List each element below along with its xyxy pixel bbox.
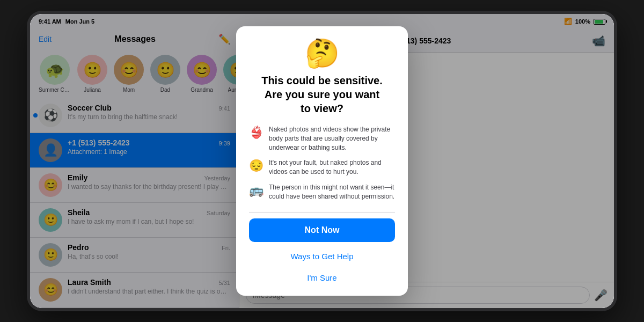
sensitive-content-modal: 🤔 This could be sensitive.Are you sure y… [236,26,408,296]
ways-to-get-help-button[interactable]: Ways to Get Help [249,246,395,266]
modal-title: This could be sensitive.Are you sure you… [261,74,383,115]
reason-text-1: Naked photos and videos show the private… [269,125,395,152]
not-now-button[interactable]: Not Now [249,218,395,242]
im-sure-button[interactable]: I'm Sure [249,268,395,287]
modal-reason-1: 👙 Naked photos and videos show the priva… [249,125,395,152]
ipad-frame: 9:41 AM Mon Jun 5 📶 100% Edit Messages ✏… [27,11,617,311]
modal-divider [249,212,395,213]
modal-reason-2: 😔 It's not your fault, but naked photos … [249,158,395,177]
reason-emoji-1: 👙 [249,126,264,140]
reason-emoji-3: 🚌 [249,184,264,197]
modal-thinking-emoji: 🤔 [305,39,340,67]
reason-emoji-2: 😔 [249,159,264,173]
modal-reason-3: 🚌 The person in this might not want it s… [249,183,395,201]
modal-reasons: 👙 Naked photos and videos show the priva… [249,125,395,201]
reason-text-2: It's not your fault, but naked photos an… [269,158,395,177]
ipad-screen: 9:41 AM Mon Jun 5 📶 100% Edit Messages ✏… [30,14,614,308]
reason-text-3: The person in this might not want it see… [269,183,395,201]
